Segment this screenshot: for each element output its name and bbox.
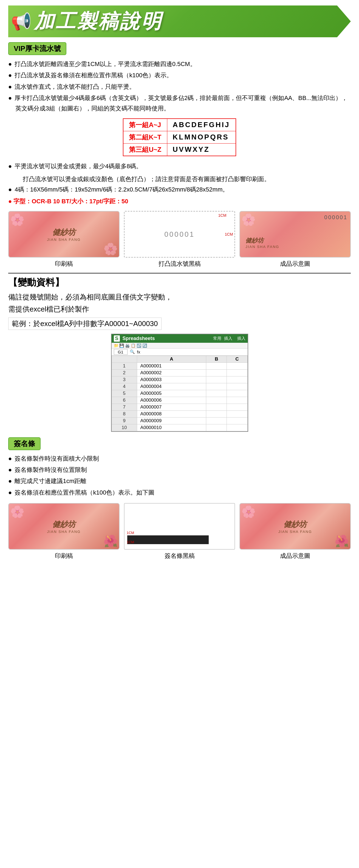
cell-c[interactable]	[227, 410, 247, 417]
sig-1cm-left: 1CM	[127, 531, 134, 535]
spreadsheet-insert[interactable]: 插入	[237, 336, 245, 341]
cell-b[interactable]	[206, 417, 227, 424]
font-type-red-bullet: ●	[8, 198, 12, 205]
flower-tl-icon: 🌸	[10, 213, 24, 226]
spreadsheet-menu-1[interactable]: 常用	[213, 336, 221, 341]
cell-b[interactable]	[206, 404, 227, 410]
1cm-right-label: 1CM	[225, 232, 233, 237]
sig-product-demo-label: 成品示意圖	[280, 552, 310, 560]
cell-ref[interactable]: G1	[114, 349, 128, 355]
cell-c[interactable]	[227, 363, 247, 369]
spreadsheet-title: Spreadsheets	[122, 336, 155, 341]
table-row: 2 A0000002	[112, 369, 247, 376]
cell-c[interactable]	[227, 397, 247, 404]
table-row: 4 A0000004	[112, 383, 247, 390]
variable-example: 範例：於excel檔A列中排數字A00001~A00030	[8, 317, 162, 330]
sig-black-draft-block: 1CM 1CM 簽名條黑稿	[124, 503, 235, 560]
col-header-b[interactable]: B	[206, 355, 227, 363]
cell-c[interactable]	[227, 390, 247, 397]
flower-tl2-icon: 🌸	[241, 213, 256, 226]
cell-b[interactable]	[206, 369, 227, 376]
cell-c[interactable]	[227, 369, 247, 376]
cell-a[interactable]: A0000010	[137, 424, 206, 431]
spreadsheet-header: S Spreadsheets 常用 插入 插入	[112, 334, 248, 343]
font-type-info: ● 字型：OCR-B 10 BT/大小：17pt/字距：50	[8, 197, 351, 206]
vip-bullet-4: 厚卡打凸流水號號最少4碼最多6碼（含英文碼），英文號最多佔2碼，排於最前面，但不…	[8, 93, 351, 114]
cell-a[interactable]: A0000001	[137, 363, 206, 369]
vip-bullet-3: 流水號作直式，流水號不能打凸，只能平燙。	[8, 82, 351, 92]
group-u-letters: UVWXYZ	[167, 143, 236, 156]
cell-a[interactable]: A0000002	[137, 369, 206, 376]
col-header-a[interactable]: A	[137, 355, 206, 363]
cell-b[interactable]	[206, 410, 227, 417]
col-header-c[interactable]: C	[227, 355, 247, 363]
fx-icon: 🔍	[130, 349, 135, 354]
variable-title: 【變動資料】	[8, 276, 351, 289]
group-a-label: 第一組A~J	[123, 119, 167, 131]
sig-1cm-bottom: 1CM	[127, 540, 134, 544]
cell-c[interactable]	[227, 376, 247, 383]
cell-b[interactable]	[206, 376, 227, 383]
toolbar-icons: 📁 💾 🖨️ 📋 ↩️ ↪️	[114, 343, 147, 348]
sig-print-draft-label: 印刷稿	[55, 552, 73, 560]
row-num: 7	[112, 404, 137, 410]
cell-b[interactable]	[206, 397, 227, 404]
product-demo-card: 🌸 000001 健紗坊 JIAN SHA FANG	[240, 211, 351, 257]
cell-c[interactable]	[227, 417, 247, 424]
table-row: 8 A0000008	[112, 410, 247, 417]
product-brand-sub: JIAN SHA FANG	[245, 245, 279, 249]
serial-number: 000001	[324, 214, 348, 221]
sig-product-demo-block: 🌸 🌺 健紗坊 JIAN SHA FANG 成品示意圖	[240, 503, 351, 560]
flower-sig2-tl-icon: 🌸	[241, 505, 256, 518]
cell-b[interactable]	[206, 383, 227, 390]
row-num: 3	[112, 376, 137, 383]
cell-a[interactable]: A0000008	[137, 410, 206, 417]
abc-group-table: 第一組A~J ABCDEFGHIJ 第二組K~T KLMNOPQRS 第三組U~…	[123, 118, 236, 156]
page-container: 📢 加工製稿說明 VIP厚卡流水號 打凸流水號距離四邊至少需1CM以上，平燙流水…	[0, 0, 359, 568]
cell-c[interactable]	[227, 424, 247, 431]
emboss-number: 000001	[164, 230, 195, 239]
vip-indent-text: 打凸流水號可以燙金或銀或沒顏色（底色打凸）；請注意背面是否有圖面被打凸影響印刷面…	[8, 174, 351, 184]
vip-bullet-list-2: 平燙流水號可以燙金或燙銀，最少4碼最多8碼。	[8, 161, 351, 171]
row-num: 1	[112, 363, 137, 369]
cell-b[interactable]	[206, 390, 227, 397]
brand-name: 健紗坊	[52, 227, 76, 238]
table-row: 1 A0000001	[112, 363, 247, 369]
cell-a[interactable]: A0000007	[137, 404, 206, 410]
spreadsheet-menu-2[interactable]: 插入	[224, 336, 232, 341]
signature-badge: 簽名條	[8, 437, 40, 450]
spreadsheet-toolbar: 📁 💾 🖨️ 📋 ↩️ ↪️	[112, 343, 248, 348]
cell-a[interactable]: A0000004	[137, 383, 206, 390]
cell-a[interactable]: A0000005	[137, 390, 206, 397]
row-num: 4	[112, 383, 137, 390]
cell-c[interactable]	[227, 404, 247, 410]
cell-c[interactable]	[227, 383, 247, 390]
print-draft-card: 🌸 🌸 健紗坊 JIAN SHA FANG	[8, 211, 119, 257]
cell-b[interactable]	[206, 424, 227, 431]
emboss-draft-card: 1CM 1CM 000001	[124, 211, 235, 257]
cell-a[interactable]: A0000003	[137, 376, 206, 383]
page-title: 加工製稿說明	[34, 8, 163, 34]
table-row: 3 A0000003	[112, 376, 247, 383]
product-brand: 健紗坊	[245, 237, 279, 245]
cell-b[interactable]	[206, 363, 227, 369]
row-num: 5	[112, 390, 137, 397]
flower-br-icon: 🌸	[103, 242, 118, 256]
table-header-row: A B C	[112, 355, 247, 363]
vip-bullet2-1: 平燙流水號可以燙金或燙銀，最少4碼最多8碼。	[8, 161, 351, 171]
row-num: 10	[112, 424, 137, 431]
table-row: 6 A0000006	[112, 397, 247, 404]
sig-product-demo-card: 🌸 🌺 健紗坊 JIAN SHA FANG	[240, 503, 351, 550]
cell-a[interactable]: A0000009	[137, 417, 206, 424]
vip-bullet3-1: 4碼：16X56mm/5碼：19x52mm/6碼：2.2x0.5CM/7碼26x…	[8, 184, 351, 194]
sig-bullet-4: 簽名條須在相應位置作黑稿（k100色）表示。如下圖	[8, 488, 351, 498]
cell-a[interactable]: A0000006	[137, 397, 206, 404]
vip-bullet-2: 打凸流水號及簽名條須在相應位置作黑稿（k100色）表示。	[8, 70, 351, 80]
card-images-row: 🌸 🌸 健紗坊 JIAN SHA FANG 印刷稿 1CM 1CM 000001…	[8, 211, 351, 268]
sig-product-brand: 健紗坊	[283, 519, 307, 530]
emboss-draft-label: 打凸流水號黑稿	[159, 260, 201, 268]
sig-black-bar	[127, 535, 209, 544]
spreadsheet-mockup: S Spreadsheets 常用 插入 插入 📁 💾 🖨️ 📋 ↩️ ↪️ G…	[111, 334, 248, 432]
vip-bullet-1: 打凸流水號距離四邊至少需1CM以上，平燙流水需距離四邊0.5CM。	[8, 59, 351, 69]
print-draft-label: 印刷稿	[55, 260, 73, 268]
